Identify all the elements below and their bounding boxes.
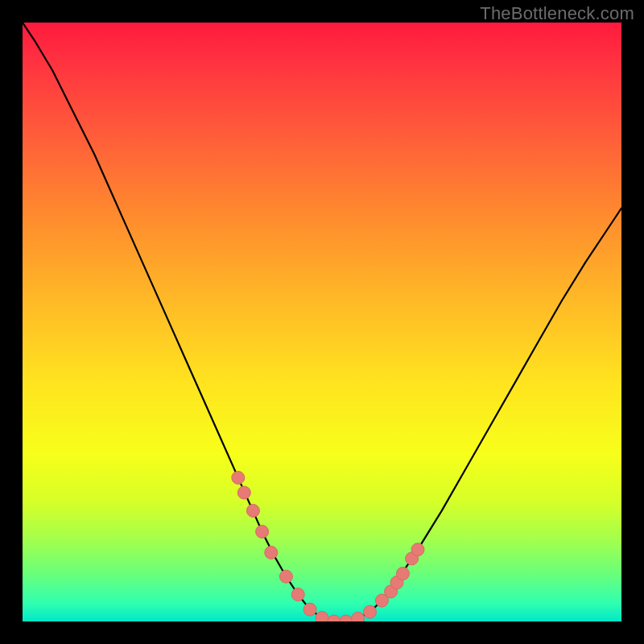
marker-dot	[237, 486, 250, 499]
marker-group	[232, 471, 424, 621]
marker-dot	[265, 546, 278, 559]
marker-dot	[279, 570, 292, 583]
marker-dot	[232, 471, 245, 484]
marker-dot	[340, 615, 353, 621]
bottleneck-curve	[23, 23, 621, 621]
watermark-text: TheBottleneck.com	[480, 3, 634, 24]
marker-dot	[328, 615, 341, 621]
chart-stage: TheBottleneck.com	[0, 0, 644, 644]
marker-dot	[246, 504, 259, 517]
marker-dot	[352, 612, 365, 621]
marker-dot	[256, 525, 269, 538]
plot-area	[23, 23, 621, 621]
marker-dot	[291, 588, 304, 601]
marker-dot	[316, 612, 328, 622]
chart-svg	[23, 23, 621, 621]
marker-dot	[396, 568, 409, 580]
marker-dot	[303, 603, 316, 616]
marker-dot	[364, 605, 377, 618]
marker-dot	[411, 543, 424, 556]
